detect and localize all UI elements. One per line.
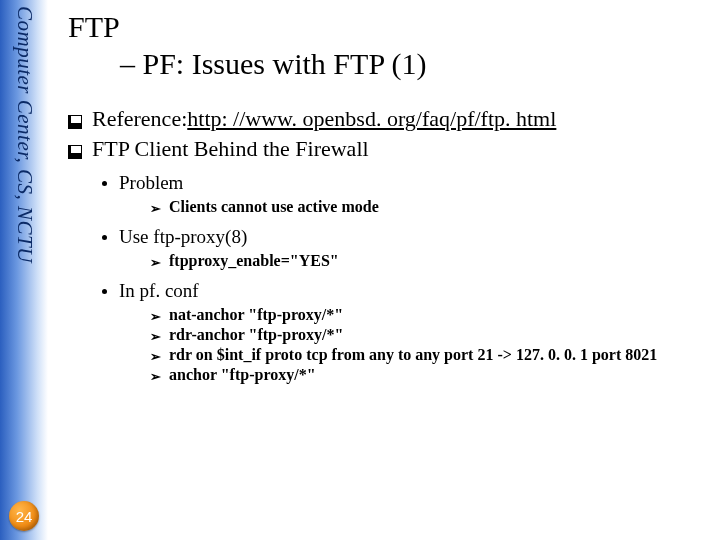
sub-in-pfconf-text: In pf. conf [119, 280, 199, 302]
level3-bullets: ➢ ftpproxy_enable="YES" [68, 252, 702, 270]
triangle-bullet-icon: ➢ [150, 310, 161, 323]
level3-bullets: ➢ Clients cannot use active mode [68, 198, 702, 216]
sub-problem: Problem [102, 172, 702, 194]
reference-link[interactable]: http: //www. openbsd. org/faq/pf/ftp. ht… [187, 106, 556, 132]
square-bullet-icon [68, 115, 82, 129]
pfconf-d-text: anchor "ftp-proxy/*" [169, 366, 316, 384]
pfconf-line-b: ➢ rdr-anchor "ftp-proxy/*" [150, 326, 702, 344]
client-firewall-text: FTP Client Behind the Firewall [92, 136, 369, 162]
slide-content: FTP – PF: Issues with FTP (1) Reference:… [68, 10, 702, 386]
square-bullet-icon [68, 145, 82, 159]
disc-bullet-icon [102, 181, 107, 186]
pfconf-line-d: ➢ anchor "ftp-proxy/*" [150, 366, 702, 384]
left-gradient-sidebar: Computer Center, CS, NCTU [0, 0, 48, 540]
pfconf-c-text: rdr on $int_if proto tcp from any to any… [169, 346, 657, 364]
pfconf-line-c: ➢ rdr on $int_if proto tcp from any to a… [150, 346, 702, 364]
triangle-bullet-icon: ➢ [150, 256, 161, 269]
triangle-bullet-icon: ➢ [150, 350, 161, 363]
slide-title-line1: FTP [68, 10, 702, 43]
disc-bullet-icon [102, 289, 107, 294]
level2-bullets: Problem ➢ Clients cannot use active mode… [68, 172, 702, 384]
sub-use-proxy-text: Use ftp-proxy(8) [119, 226, 247, 248]
bullet-client-firewall: FTP Client Behind the Firewall [68, 136, 702, 162]
sub-problem-text: Problem [119, 172, 183, 194]
pfconf-a-text: nat-anchor "ftp-proxy/*" [169, 306, 343, 324]
sub-problem-detail-text: Clients cannot use active mode [169, 198, 379, 216]
triangle-bullet-icon: ➢ [150, 202, 161, 215]
sub-use-proxy-detail: ➢ ftpproxy_enable="YES" [150, 252, 702, 270]
pfconf-b-text: rdr-anchor "ftp-proxy/*" [169, 326, 343, 344]
reference-label: Reference: [92, 106, 187, 132]
sidebar-affiliation-text: Computer Center, CS, NCTU [12, 6, 37, 263]
pfconf-line-a: ➢ nat-anchor "ftp-proxy/*" [150, 306, 702, 324]
bullet-reference: Reference: http: //www. openbsd. org/faq… [68, 106, 702, 132]
page-number-value: 24 [16, 508, 33, 525]
triangle-bullet-icon: ➢ [150, 370, 161, 383]
page-number-badge: 24 [9, 501, 39, 531]
slide-title-line2: – PF: Issues with FTP (1) [120, 47, 702, 80]
sub-use-proxy-detail-text: ftpproxy_enable="YES" [169, 252, 339, 270]
triangle-bullet-icon: ➢ [150, 330, 161, 343]
sub-problem-detail: ➢ Clients cannot use active mode [150, 198, 702, 216]
level3-bullets: ➢ nat-anchor "ftp-proxy/*" ➢ rdr-anchor … [68, 306, 702, 384]
disc-bullet-icon [102, 235, 107, 240]
level1-bullets: Reference: http: //www. openbsd. org/faq… [68, 106, 702, 162]
slide-page: Computer Center, CS, NCTU 24 FTP – PF: I… [0, 0, 720, 540]
sub-use-proxy: Use ftp-proxy(8) [102, 226, 702, 248]
sub-in-pfconf: In pf. conf [102, 280, 702, 302]
